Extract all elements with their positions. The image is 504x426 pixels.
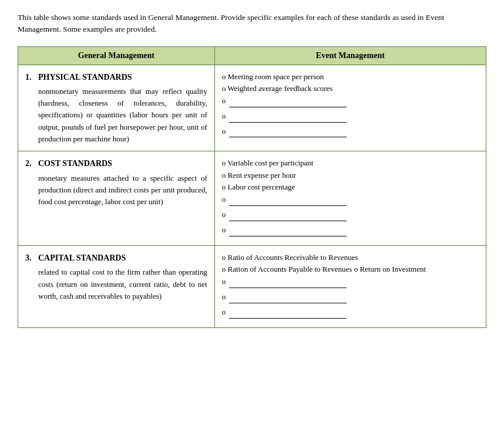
row-number-1: 2. [25, 157, 38, 208]
blank-line-2-0: o [222, 276, 479, 288]
row-number-2: 3. [25, 252, 38, 302]
left-cell-2: 3.CAPITAL STANDARDSrelated to capital co… [18, 245, 215, 327]
provided-item-1-0: o Variable cost per participant [222, 157, 479, 170]
table-row: 2.COST STANDARDSmonetary measures attach… [18, 151, 486, 245]
standard-body-2: related to capital cost to the firm rath… [38, 266, 207, 302]
blank-line-1-0: o [222, 194, 479, 206]
provided-item-0-1: o Weighted average feedback scores [222, 83, 479, 95]
standard-body-1: monetary measures attached to a specific… [38, 173, 207, 208]
left-cell-1: 2.COST STANDARDSmonetary measures attach… [18, 151, 215, 245]
blank-line-0-1: o [222, 110, 479, 123]
right-cell-0: o Meeting room space per persono Weighte… [214, 65, 486, 151]
blank-line-1-1: o [222, 209, 479, 221]
standards-table: General Management Event Management 1.PH… [18, 46, 486, 328]
col-header-event: Event Management [214, 46, 486, 65]
standard-title-0: PHYSICAL STANDARDS [38, 71, 207, 84]
provided-item-1-2: o Labor cost percentage [222, 181, 479, 194]
row-number-0: 1. [25, 71, 38, 145]
right-cell-1: o Variable cost per participanto Rent ex… [214, 151, 486, 245]
blank-line-0-0: o [222, 95, 479, 107]
blank-line-2-2: o [222, 306, 479, 319]
provided-item-2-1: o Ration of Accounts Payable to Revenues… [222, 263, 479, 276]
standard-body-0: nonmonetary measurements that may reflec… [38, 86, 207, 145]
left-cell-0: 1.PHYSICAL STANDARDSnonmonetary measurem… [18, 65, 215, 151]
provided-item-1-1: o Rent expense per hour [222, 170, 479, 182]
right-cell-2: o Ratio of Accounts Receivable to Revenu… [214, 245, 486, 327]
table-row: 1.PHYSICAL STANDARDSnonmonetary measurem… [18, 65, 486, 151]
col-header-general: General Management [18, 46, 215, 65]
blank-line-2-1: o [222, 291, 479, 303]
intro-paragraph: This table shows some standards used in … [18, 12, 486, 36]
blank-line-0-2: o [222, 126, 479, 138]
provided-item-0-0: o Meeting room space per person [222, 71, 479, 83]
standard-title-1: COST STANDARDS [38, 157, 207, 170]
provided-item-2-0: o Ratio of Accounts Receivable to Revenu… [222, 252, 479, 264]
table-row: 3.CAPITAL STANDARDSrelated to capital co… [18, 245, 486, 327]
blank-line-1-2: o [222, 224, 479, 236]
standard-title-2: CAPITAL STANDARDS [38, 252, 207, 265]
